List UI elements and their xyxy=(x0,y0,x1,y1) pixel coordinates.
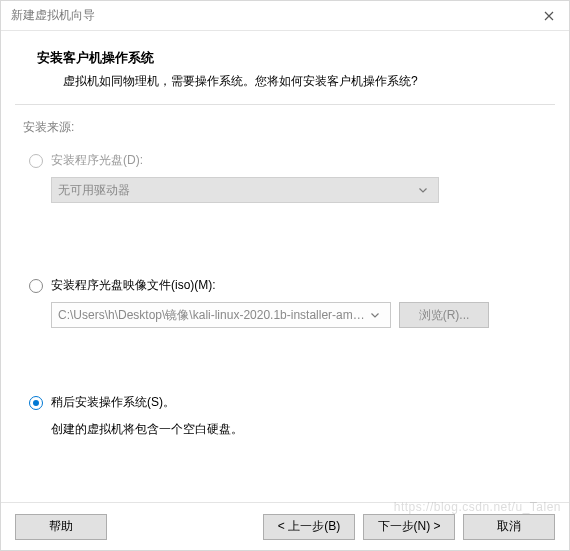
option-iso-file: 安装程序光盘映像文件(iso)(M): C:\Users\h\Desktop\镜… xyxy=(29,277,547,328)
iso-path-dropdown: C:\Users\h\Desktop\镜像\kali-linux-2020.1b… xyxy=(51,302,391,328)
back-button-label: < 上一步(B) xyxy=(278,518,340,535)
radio-later-label: 稍后安装操作系统(S)。 xyxy=(51,394,175,411)
radio-row-later[interactable]: 稍后安装操作系统(S)。 xyxy=(29,394,547,411)
wizard-window: 新建虚拟机向导 安装客户机操作系统 虚拟机如同物理机，需要操作系统。您将如何安装… xyxy=(0,0,570,551)
disc-drive-dropdown: 无可用驱动器 xyxy=(51,177,439,203)
wizard-content: 安装来源: 安装程序光盘(D): 无可用驱动器 安装程序光盘映像文件( xyxy=(1,105,569,502)
chevron-down-icon xyxy=(414,188,432,193)
wizard-header-title: 安装客户机操作系统 xyxy=(37,49,533,67)
close-icon xyxy=(544,11,554,21)
radio-iso[interactable] xyxy=(29,279,43,293)
next-button[interactable]: 下一步(N) > xyxy=(363,514,455,540)
wizard-footer: 帮助 < 上一步(B) 下一步(N) > 取消 xyxy=(1,502,569,550)
disc-drive-dropdown-value: 无可用驱动器 xyxy=(58,182,414,199)
radio-row-iso[interactable]: 安装程序光盘映像文件(iso)(M): xyxy=(29,277,547,294)
back-button[interactable]: < 上一步(B) xyxy=(263,514,355,540)
help-button-label: 帮助 xyxy=(49,518,73,535)
option-installer-disc: 安装程序光盘(D): 无可用驱动器 xyxy=(29,152,547,203)
wizard-header-description: 虚拟机如同物理机，需要操作系统。您将如何安装客户机操作系统? xyxy=(63,73,533,90)
cancel-button-label: 取消 xyxy=(497,518,521,535)
help-button[interactable]: 帮助 xyxy=(15,514,107,540)
option-install-later: 稍后安装操作系统(S)。 创建的虚拟机将包含一个空白硬盘。 xyxy=(29,394,547,438)
browse-button-label: 浏览(R)... xyxy=(419,307,470,324)
titlebar: 新建虚拟机向导 xyxy=(1,1,569,31)
radio-row-disc[interactable]: 安装程序光盘(D): xyxy=(29,152,547,169)
radio-disc[interactable] xyxy=(29,154,43,168)
browse-button: 浏览(R)... xyxy=(399,302,489,328)
next-button-label: 下一步(N) > xyxy=(378,518,441,535)
chevron-down-icon xyxy=(366,313,384,318)
window-title: 新建虚拟机向导 xyxy=(11,7,529,24)
cancel-button[interactable]: 取消 xyxy=(463,514,555,540)
close-button[interactable] xyxy=(529,1,569,31)
radio-later[interactable] xyxy=(29,396,43,410)
install-source-label: 安装来源: xyxy=(23,119,547,136)
wizard-header: 安装客户机操作系统 虚拟机如同物理机，需要操作系统。您将如何安装客户机操作系统? xyxy=(1,31,569,104)
install-later-hint: 创建的虚拟机将包含一个空白硬盘。 xyxy=(51,421,547,438)
radio-iso-label: 安装程序光盘映像文件(iso)(M): xyxy=(51,277,216,294)
iso-path-value: C:\Users\h\Desktop\镜像\kali-linux-2020.1b… xyxy=(58,307,366,324)
radio-disc-label: 安装程序光盘(D): xyxy=(51,152,143,169)
